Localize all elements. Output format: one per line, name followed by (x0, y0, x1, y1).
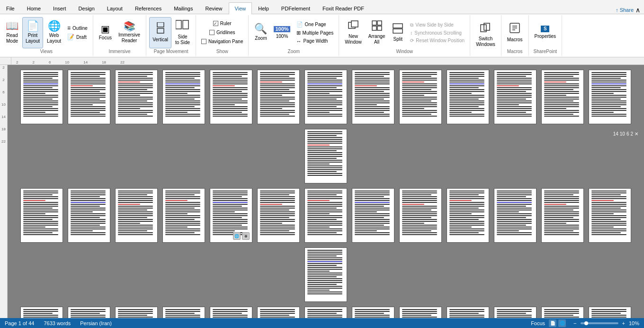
zoom-button[interactable]: 🔍 Zoom (251, 17, 270, 48)
focus-button[interactable]: ▣ Focus (96, 17, 115, 48)
tab-insert[interactable]: Insert (47, 2, 72, 14)
zoom-slider[interactable] (581, 322, 618, 324)
macros-button[interactable]: Macros (504, 17, 526, 48)
page-thumb-12[interactable] (541, 70, 584, 124)
properties-button[interactable]: S Properties (532, 17, 559, 48)
gridlines-checkbox[interactable]: Gridlines (207, 29, 237, 36)
view-side-by-side-button[interactable]: ⧉ View Side by Side (408, 21, 456, 29)
view-icon-print[interactable]: 📄 (549, 319, 556, 327)
page-thumb-10[interactable] (447, 70, 489, 124)
page-thumb-6[interactable] (257, 70, 300, 124)
macros-icon (509, 22, 520, 36)
page-thumb-33[interactable] (210, 307, 252, 318)
page-thumb-2[interactable] (68, 70, 110, 124)
zoom-page-buttons: 📄 One Page ⊞ Multiple Pages ↔ Page Width (294, 20, 336, 45)
page-thumb-14[interactable] (304, 129, 347, 183)
tab-foxit[interactable]: Foxit Reader PDF (316, 2, 370, 14)
tab-file[interactable]: File (0, 2, 21, 14)
switch-windows-button[interactable]: SwitchWindows (473, 19, 498, 51)
multiple-pages-button[interactable]: ⊞ Multiple Pages (294, 29, 336, 37)
zoom-100-button[interactable]: 100% 100% (271, 17, 293, 48)
ribbon-content: 📖 ReadMode 📄 PrintLayout 🌐 WebLayout ≡ O… (0, 14, 644, 57)
page-thumb-38[interactable] (447, 307, 489, 318)
tab-design[interactable]: Design (72, 2, 101, 14)
v-ruler-14: 14 (1, 115, 6, 119)
tab-references[interactable]: References (129, 2, 168, 14)
zoom-out-button[interactable]: − (573, 320, 576, 326)
split-button[interactable]: Split (389, 17, 407, 48)
web-layout-button[interactable]: 🌐 WebLayout (44, 17, 64, 48)
page-thumb-22[interactable] (352, 188, 394, 243)
page-thumb-35[interactable] (304, 307, 347, 318)
tab-pdfelement[interactable]: PDFelement (275, 2, 316, 14)
new-window-button[interactable]: NewWindow (342, 17, 365, 48)
page-thumb-16[interactable] (68, 188, 110, 243)
page-thumb-3[interactable] (115, 70, 158, 124)
ruler-checkbox[interactable]: Ruler (211, 20, 234, 27)
print-layout-icon: 📄 (27, 21, 39, 31)
outline-button[interactable]: ≡ Outline (65, 24, 90, 32)
page-thumb-7[interactable] (304, 70, 347, 124)
page-thumb-20[interactable] (257, 188, 300, 243)
v-ruler-2b: 2 (2, 78, 4, 82)
page-thumb-5[interactable] (210, 70, 252, 124)
page-thumb-13[interactable] (589, 70, 631, 124)
one-page-button[interactable]: 📄 One Page (294, 20, 329, 28)
page-thumb-37[interactable] (399, 307, 442, 318)
page-thumb-17[interactable] (115, 188, 158, 243)
side-to-side-button[interactable]: Sideto Side (172, 17, 193, 48)
tab-home[interactable]: Home (21, 2, 47, 14)
page-thumb-40[interactable] (541, 307, 584, 318)
tab-view[interactable]: View (229, 2, 252, 14)
collapse-ribbon-button[interactable]: ∧ (635, 6, 640, 14)
tab-help[interactable]: Help (252, 2, 275, 14)
page-thumb-32[interactable] (162, 307, 205, 318)
overlay-icon[interactable]: ⊕ (242, 232, 250, 240)
macros-group-label: Macros (507, 49, 523, 55)
print-layout-button[interactable]: 📄 PrintLayout (22, 17, 43, 48)
focus-button-status[interactable]: Focus (531, 320, 545, 326)
svg-rect-11 (393, 29, 402, 33)
view-icon-web[interactable]: 🌐 (558, 319, 566, 327)
page-thumb-28[interactable] (304, 247, 347, 302)
ribbon-tab-bar: File Home Insert Design Layout Reference… (0, 0, 644, 14)
overlay-icon[interactable]: 🌐 (233, 232, 241, 240)
page-thumb-19[interactable]: 🌐⊕ (210, 188, 252, 243)
page-thumb-15[interactable] (20, 188, 63, 243)
page-thumb-9[interactable] (399, 70, 442, 124)
page-thumb-31[interactable]: 🌐⊕ (115, 307, 158, 318)
page-thumb-26[interactable] (541, 188, 584, 243)
print-layout-label: PrintLayout (26, 33, 40, 44)
page-thumb-34[interactable] (257, 307, 300, 318)
page-thumb-4[interactable] (162, 70, 205, 124)
share-button[interactable]: ↑ Share (616, 7, 634, 13)
page-thumb-23[interactable] (399, 188, 442, 243)
tab-mailings[interactable]: Mailings (168, 2, 199, 14)
tab-layout[interactable]: Layout (101, 2, 129, 14)
page-thumb-8[interactable] (352, 70, 394, 124)
page-thumb-30[interactable] (68, 307, 110, 318)
document-area[interactable]: 🌐⊕ 🌐⊕ (8, 65, 644, 318)
page-width-button[interactable]: ↔ Page Width (294, 37, 331, 45)
page-thumb-36[interactable] (352, 307, 394, 318)
page-thumb-11[interactable] (494, 70, 537, 124)
page-thumb-18[interactable] (162, 188, 205, 243)
page-thumb-1[interactable] (20, 70, 63, 124)
vertical-button[interactable]: Vertical (149, 17, 171, 48)
page-thumb-21[interactable] (304, 188, 347, 243)
synchronous-scrolling-button[interactable]: ↕ Synchronous Scrolling (408, 29, 464, 36)
page-thumb-25[interactable] (494, 188, 537, 243)
page-thumb-27[interactable] (589, 188, 631, 243)
immersive-reader-button[interactable]: 📚 ImmersiveReader (116, 17, 143, 48)
draft-button[interactable]: 📝 Draft (65, 33, 89, 41)
page-thumb-24[interactable] (447, 188, 489, 243)
page-thumb-41[interactable] (589, 307, 631, 318)
reset-window-button[interactable]: ⟳ Reset Window Position (408, 37, 467, 44)
arrange-all-button[interactable]: ArrangeAll (366, 17, 388, 48)
page-thumb-39[interactable] (494, 307, 537, 318)
navigation-pane-checkbox[interactable]: Navigation Pane (199, 38, 245, 45)
read-mode-button[interactable]: 📖 ReadMode (3, 17, 21, 48)
tab-review[interactable]: Review (199, 2, 229, 14)
page-thumb-29[interactable] (20, 307, 63, 318)
zoom-in-button[interactable]: + (622, 320, 625, 326)
